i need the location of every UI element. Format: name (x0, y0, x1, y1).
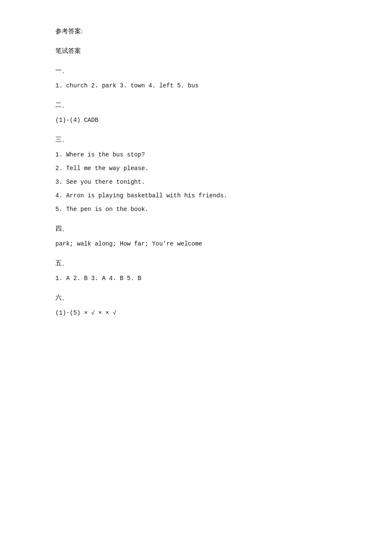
line-san-0: 1. Where is the bus stop? (55, 149, 337, 161)
line-san-4: 5. The pen is on the book. (55, 203, 337, 215)
section-title-si: 四、 (55, 223, 337, 234)
section-content-er: (1)-(4) CADB (55, 114, 337, 126)
line-san-3: 4. Arron is playing basketball with his … (55, 190, 337, 202)
section-title-liu: 六、 (55, 292, 337, 304)
reference-answer-label: 参考答案: (55, 28, 83, 35)
section-content-liu: (1)-(5) × √ × × √ (55, 307, 337, 319)
section-si: 四、park; walk along; How far; You're welc… (55, 223, 337, 250)
section-title-wu: 五、 (55, 257, 337, 269)
section-content-yi: 1. church 2. park 3. town 4. left 5. bus (55, 80, 337, 92)
section-title-san: 三、 (55, 134, 337, 145)
section-liu: 六、(1)-(5) × √ × × √ (55, 292, 337, 319)
line-liu-0: (1)-(5) × √ × × √ (55, 307, 337, 319)
line-yi-0: 1. church 2. park 3. town 4. left 5. bus (55, 80, 337, 92)
line-san-1: 2. Tell me the way please. (55, 162, 337, 174)
section-title-yi: 一、 (55, 65, 337, 76)
section-wu: 五、1. A 2. B 3. A 4. B 5. B (55, 257, 337, 284)
section-yi: 一、1. church 2. park 3. town 4. left 5. b… (55, 65, 337, 92)
line-er-0: (1)-(4) CADB (55, 114, 337, 126)
reference-answer-header: 参考答案: (55, 26, 337, 38)
line-wu-0: 1. A 2. B 3. A 4. B 5. B (55, 272, 337, 284)
written-answer-header: 笔试答案 (55, 45, 337, 57)
section-content-wu: 1. A 2. B 3. A 4. B 5. B (55, 272, 337, 284)
section-er: 二、(1)-(4) CADB (55, 99, 337, 126)
sections-container: 一、1. church 2. park 3. town 4. left 5. b… (55, 65, 337, 319)
section-content-san: 1. Where is the bus stop?2. Tell me the … (55, 149, 337, 215)
section-san: 三、1. Where is the bus stop?2. Tell me th… (55, 134, 337, 215)
page-container: 参考答案: 笔试答案 一、1. church 2. park 3. town 4… (55, 26, 337, 319)
line-si-0: park; walk along; How far; You're welcom… (55, 238, 337, 250)
line-san-2: 3. See you there tonight. (55, 176, 337, 188)
written-answer-label: 笔试答案 (55, 47, 81, 54)
section-title-er: 二、 (55, 99, 337, 111)
section-content-si: park; walk along; How far; You're welcom… (55, 238, 337, 250)
